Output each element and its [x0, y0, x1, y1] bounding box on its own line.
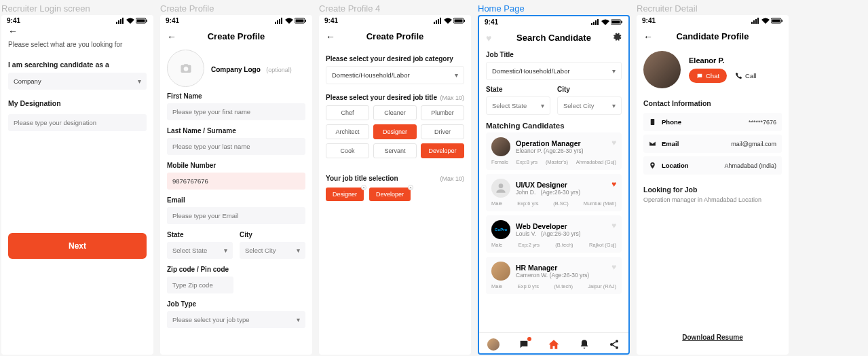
zip-input[interactable]: [167, 277, 233, 293]
status-time: 9:41: [485, 18, 498, 26]
company-logo-upload[interactable]: [167, 50, 204, 87]
chip-servant[interactable]: Servant: [373, 143, 417, 158]
chevron-down-icon: ▾: [612, 67, 616, 75]
category-select[interactable]: Domestic/Household/Labor▾: [326, 66, 464, 84]
looking-heading: Looking for Job: [643, 185, 782, 194]
status-time: 9:41: [166, 17, 179, 24]
back-arrow-icon[interactable]: ←: [167, 31, 176, 42]
jobtype-select[interactable]: Please select your job type▾: [167, 311, 305, 328]
nav-home-icon[interactable]: [548, 338, 560, 351]
page-title: Create Profile: [366, 31, 424, 41]
heart-icon[interactable]: ♥: [611, 138, 616, 147]
screen-label: Create Profile: [160, 1, 312, 15]
screen-label: Recruiter Detail: [637, 1, 789, 15]
next-button[interactable]: Next: [8, 233, 147, 259]
chip-driver[interactable]: Driver: [421, 124, 464, 139]
candidate-name: Eleanor P.: [689, 56, 756, 65]
chip-cleaner[interactable]: Cleaner: [373, 105, 417, 120]
mobile-input[interactable]: [167, 173, 305, 190]
back-arrow-icon[interactable]: ←: [8, 26, 18, 37]
state-label: State: [486, 86, 550, 93]
heart-icon[interactable]: ♥: [611, 262, 616, 272]
tag-designer[interactable]: Designer×: [326, 188, 364, 201]
chip-plumber[interactable]: Plumber: [421, 105, 464, 120]
back-arrow-icon[interactable]: ←: [326, 31, 335, 42]
candidate-card[interactable]: ♥ Operation Manager Eleanor P. (Age:26-3…: [486, 132, 622, 170]
svg-rect-19: [455, 19, 463, 22]
first-name-label: First Name: [167, 92, 305, 100]
phone-value: ******7676: [749, 119, 776, 126]
prompt-text: Please select what are you looking for: [8, 41, 147, 48]
chip-cook[interactable]: Cook: [326, 143, 369, 158]
email-input[interactable]: [167, 207, 305, 224]
chip-chef[interactable]: Chef: [326, 105, 369, 120]
heart-icon[interactable]: ♥: [611, 179, 616, 189]
candidate-title: UI/UX Designer: [516, 181, 580, 189]
back-arrow-icon[interactable]: ←: [643, 31, 653, 42]
status-icons: [591, 19, 623, 25]
close-icon[interactable]: ×: [361, 185, 366, 190]
city-label: City: [557, 86, 622, 93]
svg-rect-23: [595, 20, 597, 25]
heart-icon[interactable]: ♥: [611, 221, 616, 230]
candidate-title: Operation Manager: [516, 139, 584, 147]
email-value: mail@gmail.com: [731, 141, 776, 147]
jobtitle-select[interactable]: Domestic/Household/Labor▾: [486, 62, 622, 80]
nav-chat-icon[interactable]: [518, 338, 530, 351]
looking-value: Operation manager in Ahmadabad Location: [643, 196, 782, 203]
candidate-card[interactable]: ♥ UI/UX Designer John D. (Age:26-30 yrs)…: [486, 174, 622, 211]
nav-share-icon[interactable]: [608, 338, 620, 351]
svg-rect-39: [651, 119, 655, 125]
chevron-down-icon: ▾: [297, 316, 300, 323]
chevron-down-icon: ▾: [297, 247, 300, 254]
jobtitle-label: Please select your desired job title: [326, 94, 437, 101]
gear-icon[interactable]: [611, 31, 622, 44]
status-icons: [751, 18, 783, 24]
nav-profile-icon[interactable]: [487, 338, 499, 351]
chat-button[interactable]: Chat: [689, 69, 727, 83]
role-select[interactable]: Company ▾: [8, 73, 147, 90]
last-name-label: Last Name / Surname: [167, 127, 305, 135]
svg-rect-16: [438, 19, 439, 24]
svg-rect-2: [120, 19, 121, 24]
download-resume-link[interactable]: Download Resume: [637, 334, 789, 341]
page-title: Create Profile: [208, 31, 265, 41]
city-label: City: [240, 231, 305, 238]
chevron-down-icon: ▾: [455, 71, 458, 79]
city-select[interactable]: Select City▾: [557, 96, 622, 115]
svg-rect-38: [782, 20, 783, 22]
status-icons: [434, 18, 466, 24]
location-row: Location Ahmadabad (India): [643, 156, 782, 175]
status-bar: 9:41: [637, 15, 789, 26]
call-button[interactable]: Call: [735, 72, 756, 79]
state-select[interactable]: Select State▾: [486, 96, 550, 115]
avatar: [643, 51, 681, 88]
first-name-input[interactable]: [167, 103, 305, 120]
tag-developer[interactable]: Developer×: [369, 188, 411, 201]
state-select[interactable]: Select State▾: [167, 242, 233, 259]
chip-architect[interactable]: Architect: [326, 124, 369, 139]
chevron-down-icon: ▾: [612, 102, 616, 109]
chip-designer[interactable]: Designer: [373, 124, 417, 139]
favorite-icon[interactable]: ♥: [486, 33, 491, 43]
designation-input[interactable]: [8, 114, 147, 131]
svg-rect-0: [116, 22, 117, 24]
status-bar: 9:41: [160, 15, 312, 26]
svg-rect-22: [593, 22, 595, 25]
candidate-card[interactable]: ♥ GoPro Web Developer Louis V. (Age:26-3…: [486, 215, 622, 253]
svg-rect-33: [753, 20, 755, 24]
status-time: 9:41: [324, 17, 338, 24]
selection-label: Your job title selection: [326, 175, 398, 182]
svg-rect-3: [122, 18, 124, 24]
avatar: [491, 262, 510, 281]
svg-rect-6: [147, 20, 148, 22]
chip-developer[interactable]: Developer: [421, 143, 464, 158]
close-icon[interactable]: ×: [408, 185, 413, 190]
state-label: State: [167, 231, 233, 238]
screen-label: Recruiter Login screen: [1, 1, 153, 15]
candidate-card[interactable]: ♥ HR Manager Cameron W. (Age:26-30 yrs) …: [486, 257, 622, 294]
nav-bell-icon[interactable]: [578, 338, 590, 351]
city-select[interactable]: Select City▾: [240, 242, 305, 259]
svg-rect-10: [281, 18, 282, 24]
last-name-input[interactable]: [167, 138, 305, 155]
